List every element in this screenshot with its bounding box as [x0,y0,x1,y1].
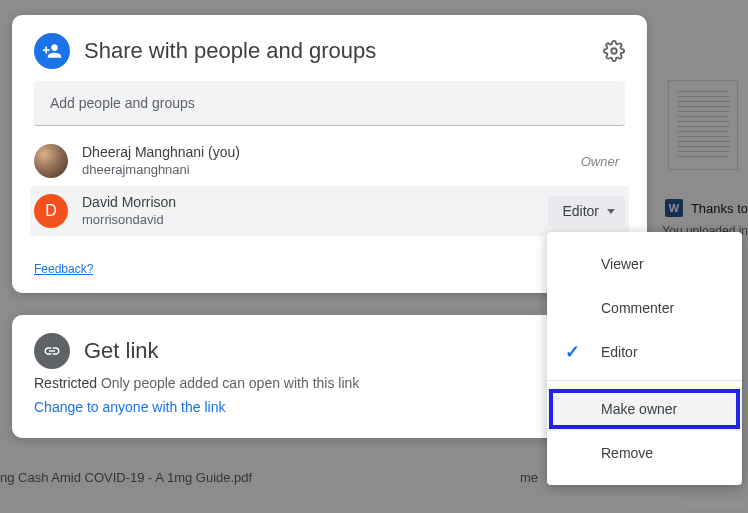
feedback-link[interactable]: Feedback? [34,262,93,276]
avatar [34,144,68,178]
add-people-placeholder: Add people and groups [50,95,195,111]
person-email: morrisondavid [82,212,534,228]
person-email: dheerajmanghnani [82,162,567,178]
dropdown-item-viewer[interactable]: Viewer [547,242,742,286]
link-restriction-text: Restricted Only people added can open wi… [34,375,625,391]
dropdown-divider [547,380,742,381]
settings-button[interactable] [603,40,625,62]
chevron-down-icon [607,209,615,214]
avatar: D [34,194,68,228]
share-dialog-title: Share with people and groups [84,38,589,64]
svg-point-0 [611,48,617,54]
add-people-input[interactable]: Add people and groups [34,81,625,126]
dropdown-item-commenter[interactable]: Commenter [547,286,742,330]
person-name: David Morrison [82,194,534,212]
dropdown-item-remove[interactable]: Remove [547,431,742,475]
role-dropdown-button[interactable]: Editor [548,196,625,226]
dropdown-item-editor[interactable]: ✓ Editor [547,330,742,374]
person-row-editor: D David Morrison morrisondavid Editor [30,186,629,236]
restricted-desc: Only people added can open with this lin… [101,375,359,391]
person-name: Dheeraj Manghnani (you) [82,144,567,162]
link-icon [34,333,70,369]
restricted-label: Restricted [34,375,97,391]
share-people-icon [34,33,70,69]
get-link-title: Get link [84,338,625,364]
role-dropdown-menu: Viewer Commenter ✓ Editor Make owner Rem… [547,232,742,485]
owner-role-label: Owner [581,154,619,169]
role-label: Editor [562,203,599,219]
check-icon: ✓ [565,341,580,363]
dropdown-item-make-owner[interactable]: Make owner [547,387,742,431]
watermark: wsxdn.com [687,499,742,511]
person-row-owner: Dheeraj Manghnani (you) dheerajmanghnani… [30,136,629,186]
change-link-access[interactable]: Change to anyone with the link [34,399,225,415]
